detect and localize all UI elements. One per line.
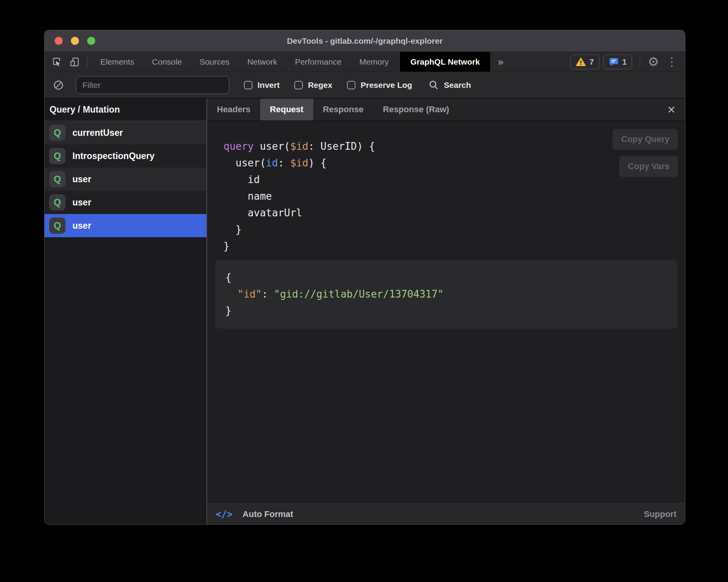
more-options-button[interactable]: ⋮ [663, 55, 681, 68]
more-tabs-button[interactable]: » [490, 55, 511, 68]
search-label: Search [444, 80, 471, 90]
query-type-badge: Q [49, 217, 65, 234]
kebab-menu-icon: ⋮ [666, 55, 678, 68]
settings-button[interactable]: ⚙ [644, 54, 663, 69]
close-icon: ✕ [667, 104, 676, 116]
regex-label: Regex [308, 80, 332, 90]
tab-response[interactable]: Response [313, 99, 373, 120]
toolbar-divider [640, 56, 640, 68]
issues-count: 1 [622, 57, 627, 67]
auto-format-label: Auto Format [242, 509, 293, 519]
tab-sources[interactable]: Sources [191, 52, 239, 72]
regex-checkbox-group[interactable]: Regex [294, 80, 332, 90]
devtools-window: DevTools - gitlab.com/-/graphql-explorer… [44, 30, 685, 525]
code-brackets-icon: </> [216, 509, 232, 520]
block-icon [53, 80, 64, 91]
query-type-badge: Q [49, 171, 65, 187]
search-icon [428, 80, 439, 91]
preserve-log-label: Preserve Log [361, 80, 412, 90]
tab-performance[interactable]: Performance [286, 52, 350, 72]
title-bar: DevTools - gitlab.com/-/graphql-explorer [45, 30, 685, 52]
message-bubble-icon [609, 57, 619, 67]
query-list-panel: Query / Mutation Q currentUser Q Introsp… [45, 99, 207, 524]
minimize-window-button[interactable] [71, 37, 79, 45]
request-detail-panel: Headers Request Response Response (Raw) … [207, 99, 685, 524]
search-button[interactable]: Search [428, 80, 471, 91]
status-bar: </> Auto Format Support [207, 503, 685, 524]
query-type-badge: Q [49, 194, 65, 211]
query-list-item-introspectionquery[interactable]: Q IntrospectionQuery [45, 144, 206, 168]
tab-elements[interactable]: Elements [91, 52, 143, 72]
tab-headers[interactable]: Headers [207, 99, 260, 120]
inspect-element-button[interactable] [48, 52, 65, 72]
chevron-double-right-icon: » [497, 55, 504, 68]
auto-format-button[interactable]: </> Auto Format [216, 509, 293, 520]
warnings-count: 7 [589, 57, 594, 67]
device-toolbar-icon [69, 56, 80, 67]
query-list-item-label: currentUser [72, 128, 123, 138]
regex-checkbox[interactable] [294, 81, 303, 89]
close-panel-button[interactable]: ✕ [658, 99, 685, 120]
tab-request[interactable]: Request [260, 99, 313, 120]
copy-query-button[interactable]: Copy Query [613, 129, 678, 150]
clear-filter-button[interactable] [53, 80, 64, 91]
invert-label: Invert [258, 80, 280, 90]
query-list-item-label: user [72, 174, 91, 185]
copy-vars-button[interactable]: Copy Vars [619, 156, 678, 177]
query-variables-box: { "id": "gid://gitlab/User/13704317"} [215, 260, 678, 329]
window-title: DevTools - gitlab.com/-/graphql-explorer [287, 36, 443, 46]
tab-memory[interactable]: Memory [350, 52, 398, 72]
preserve-log-checkbox-group[interactable]: Preserve Log [347, 80, 412, 90]
query-list-item-user-2[interactable]: Q user [45, 191, 206, 214]
query-list-item-label: user [72, 197, 91, 208]
zoom-window-button[interactable] [87, 37, 95, 45]
tab-network[interactable]: Network [239, 52, 286, 72]
support-link[interactable]: Support [644, 509, 676, 519]
inspect-cursor-icon [51, 56, 62, 67]
toolbar-divider [87, 56, 88, 68]
traffic-lights [55, 30, 95, 51]
query-list-item-label: IntrospectionQuery [72, 151, 155, 161]
tab-graphql-network[interactable]: GraphQL Network [400, 52, 490, 72]
query-type-badge: Q [49, 125, 65, 141]
detail-tab-bar: Headers Request Response Response (Raw) … [207, 99, 685, 121]
filter-input[interactable] [76, 76, 229, 94]
invert-checkbox-group[interactable]: Invert [244, 80, 280, 90]
query-list-header: Query / Mutation [45, 99, 206, 121]
query-list-item-label: user [72, 221, 91, 231]
warning-triangle-icon [576, 57, 586, 67]
device-toolbar-button[interactable] [65, 52, 83, 72]
request-content: query user($id: UserID) { user(id: $id) … [207, 121, 685, 503]
close-window-button[interactable] [55, 37, 63, 45]
preserve-log-checkbox[interactable] [347, 81, 355, 89]
devtools-toolbar: Elements Console Sources Network Perform… [45, 52, 685, 72]
query-list-item-currentuser[interactable]: Q currentUser [45, 121, 206, 144]
query-list-item-user-3-selected[interactable]: Q user [45, 214, 206, 237]
warnings-badge-button[interactable]: 7 [570, 55, 599, 69]
query-type-badge: Q [49, 148, 65, 164]
filter-bar: Invert Regex Preserve Log Search [45, 72, 685, 99]
query-list-item-user-1[interactable]: Q user [45, 168, 206, 191]
tab-response-raw[interactable]: Response (Raw) [373, 99, 459, 120]
tab-console[interactable]: Console [143, 52, 191, 72]
invert-checkbox[interactable] [244, 81, 252, 89]
gear-icon: ⚙ [647, 54, 659, 69]
issues-badge-button[interactable]: 1 [603, 55, 632, 69]
